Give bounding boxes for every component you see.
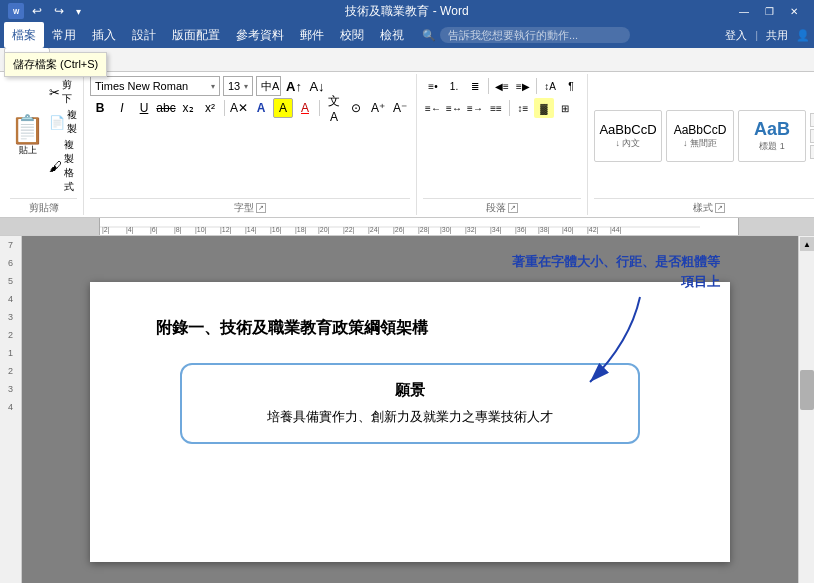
style-heading1[interactable]: AaB 標題 1 bbox=[738, 110, 806, 162]
styles-scroll-up[interactable]: ▲ bbox=[810, 113, 814, 127]
redo-button[interactable]: ↪ bbox=[50, 2, 68, 20]
menu-mailings[interactable]: 郵件 bbox=[292, 22, 332, 48]
clipboard-secondary: ✂ 剪下 📄 複製 🖌 複製格式 bbox=[49, 78, 77, 194]
scroll-thumb[interactable] bbox=[800, 370, 814, 410]
numbered-list-button[interactable]: 1. bbox=[444, 76, 464, 96]
scroll-up-button[interactable]: ▲ bbox=[800, 237, 814, 251]
align-center-button[interactable]: ≡↔ bbox=[444, 98, 464, 118]
editor-area: 7 6 5 4 3 2 1 2 3 4 著重在字體大小、行距、是否粗體等項目上 bbox=[0, 236, 814, 583]
annotation-arrow bbox=[570, 292, 650, 392]
cut-icon: ✂ bbox=[49, 85, 60, 100]
menu-file[interactable]: 檔案 bbox=[4, 22, 44, 48]
menu-review[interactable]: 校閱 bbox=[332, 22, 372, 48]
shrink-font-button[interactable]: A↓ bbox=[307, 76, 327, 96]
restore-button[interactable]: ❐ bbox=[757, 4, 781, 18]
style-nospacing[interactable]: AaBbCcD ↓ 無間距 bbox=[666, 110, 734, 162]
font-size-dn2[interactable]: A⁻ bbox=[390, 98, 410, 118]
multilevel-list-button[interactable]: ≣ bbox=[465, 76, 485, 96]
bullet-list-button[interactable]: ≡• bbox=[423, 76, 443, 96]
justify-button[interactable]: ≡≡ bbox=[486, 98, 506, 118]
font-group-label: 字型 ↗ bbox=[90, 198, 410, 215]
clear-format-button[interactable]: A✕ bbox=[229, 98, 249, 118]
menu-references[interactable]: 參考資料 bbox=[228, 22, 292, 48]
undo-button[interactable]: ↩ bbox=[28, 2, 46, 20]
menu-home[interactable]: 常用 bbox=[44, 22, 84, 48]
italic-button[interactable]: I bbox=[112, 98, 132, 118]
tellme-area: 🔍 bbox=[422, 22, 630, 48]
menu-design[interactable]: 設計 bbox=[124, 22, 164, 48]
align-right-button[interactable]: ≡→ bbox=[465, 98, 485, 118]
align-left-button[interactable]: ≡← bbox=[423, 98, 443, 118]
styles-more-button[interactable]: ▾ bbox=[810, 145, 814, 159]
styles-content: AaBbCcD ↓ 內文 AaBbCcD ↓ 無間距 AaB 標題 1 ▲ ▼ … bbox=[594, 74, 814, 198]
tellme-input[interactable] bbox=[440, 27, 630, 43]
font-size-dropdown[interactable]: ▾ bbox=[244, 82, 248, 91]
menu-view[interactable]: 檢視 bbox=[372, 22, 412, 48]
login-link[interactable]: 登入 bbox=[725, 28, 747, 43]
svg-text:|38|: |38| bbox=[538, 226, 550, 234]
user-icon: 👤 bbox=[796, 29, 810, 42]
svg-text:|6|: |6| bbox=[150, 226, 158, 234]
minimize-button[interactable]: — bbox=[732, 4, 756, 18]
borders-button[interactable]: ⊞ bbox=[555, 98, 575, 118]
show-marks-button[interactable]: ¶ bbox=[561, 76, 581, 96]
style-normal-label: ↓ 內文 bbox=[615, 137, 640, 150]
font-size-up2[interactable]: A⁺ bbox=[368, 98, 388, 118]
cut-button[interactable]: ✂ 剪下 bbox=[49, 78, 77, 106]
style-nospacing-preview: AaBbCcD bbox=[674, 123, 727, 137]
format-painter-button[interactable]: 🖌 複製格式 bbox=[49, 138, 77, 194]
svg-text:|24|: |24| bbox=[368, 226, 380, 234]
line-spacing-button[interactable]: ↕≡ bbox=[513, 98, 533, 118]
ruler-left-margin bbox=[22, 218, 100, 235]
phonetic-guide-button[interactable]: 文A bbox=[324, 98, 344, 118]
style-normal[interactable]: AaBbCcD ↓ 內文 bbox=[594, 110, 662, 162]
font-name-input[interactable]: Times New Roman ▾ bbox=[90, 76, 220, 96]
paste-button[interactable]: 📋 貼上 bbox=[10, 116, 45, 157]
font-group-content: Times New Roman ▾ 13 ▾ 中 A A↑ A↓ B I U bbox=[90, 74, 410, 198]
font-size-input[interactable]: 13 ▾ bbox=[223, 76, 253, 96]
close-button[interactable]: ✕ bbox=[782, 4, 806, 18]
decrease-indent-button[interactable]: ◀≡ bbox=[492, 76, 512, 96]
svg-text:|20|: |20| bbox=[318, 226, 330, 234]
svg-text:|34|: |34| bbox=[490, 226, 502, 234]
styles-scroll-down[interactable]: ▼ bbox=[810, 129, 814, 143]
font-color-button[interactable]: A bbox=[295, 98, 315, 118]
text-effect-button[interactable]: A bbox=[251, 98, 271, 118]
font-charset-box[interactable]: 中 A bbox=[256, 76, 281, 96]
sort-button[interactable]: ↕A bbox=[540, 76, 560, 96]
highlight-button[interactable]: A bbox=[273, 98, 293, 118]
font-expand-button[interactable]: ↗ bbox=[256, 203, 266, 213]
style-heading1-label: 標題 1 bbox=[759, 140, 785, 153]
page-num-2b: 2 bbox=[8, 366, 13, 376]
subscript-button[interactable]: x₂ bbox=[178, 98, 198, 118]
cut-label: 剪下 bbox=[62, 78, 77, 106]
right-scrollbar[interactable]: ▲ ▼ bbox=[798, 236, 814, 583]
style-normal-preview: AaBbCcD bbox=[599, 122, 656, 137]
strikethrough-button[interactable]: abc bbox=[156, 98, 176, 118]
ruler-marks-container: |2| |4| |6| |8| |10| |12| |14| |16| |18|… bbox=[100, 218, 738, 235]
grow-font-button[interactable]: A↑ bbox=[284, 76, 304, 96]
underline-button[interactable]: U bbox=[134, 98, 154, 118]
font-name-dropdown[interactable]: ▾ bbox=[211, 82, 215, 91]
copy-label: 複製 bbox=[67, 108, 77, 136]
superscript-button[interactable]: x² bbox=[200, 98, 220, 118]
document-page[interactable]: 著重在字體大小、行距、是否粗體等項目上 附錄一、技術及職業教育政策綱領架構 願景… bbox=[90, 282, 730, 562]
shading-button[interactable]: ▓ bbox=[534, 98, 554, 118]
page-num-3: 3 bbox=[8, 312, 13, 322]
title-bar-left: W ↩ ↪ ▾ bbox=[8, 2, 81, 20]
font-charset-icon: A bbox=[272, 80, 279, 92]
menu-layout[interactable]: 版面配置 bbox=[164, 22, 228, 48]
style-nospacing-label: ↓ 無間距 bbox=[683, 137, 717, 150]
para-expand-button[interactable]: ↗ bbox=[508, 203, 518, 213]
styles-expand-button[interactable]: ↗ bbox=[715, 203, 725, 213]
copy-button[interactable]: 📄 複製 bbox=[49, 108, 77, 136]
enclosed-chars-button[interactable]: ⊙ bbox=[346, 98, 366, 118]
share-button[interactable]: 共用 bbox=[766, 28, 788, 43]
para-sep2 bbox=[536, 78, 537, 94]
page-num-6: 6 bbox=[8, 258, 13, 268]
svg-text:|28|: |28| bbox=[418, 226, 430, 234]
bold-button[interactable]: B bbox=[90, 98, 110, 118]
increase-indent-button[interactable]: ≡▶ bbox=[513, 76, 533, 96]
menu-insert[interactable]: 插入 bbox=[84, 22, 124, 48]
page-num-2: 2 bbox=[8, 330, 13, 340]
